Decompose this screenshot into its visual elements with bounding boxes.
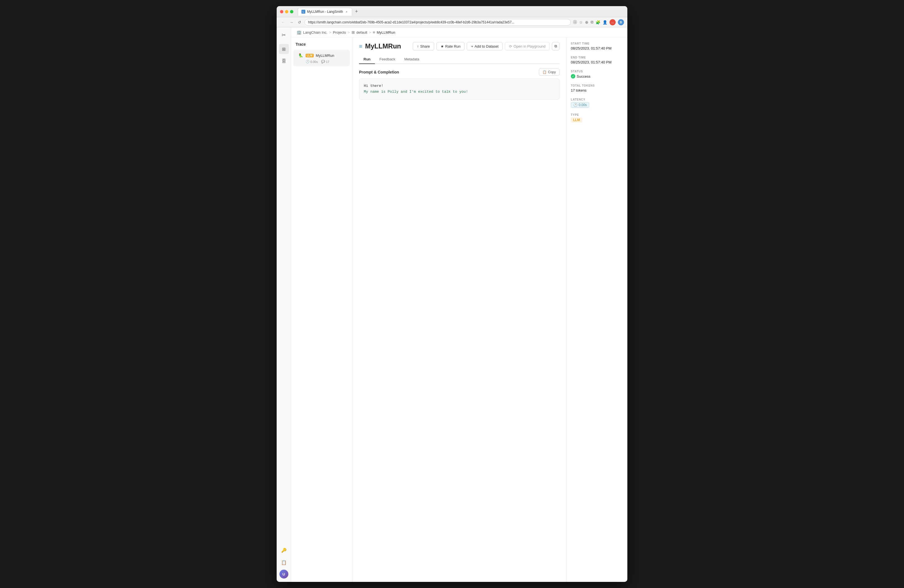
trace-item-meta: 🕐 0.00s 💬 17 xyxy=(298,60,345,63)
section-title: Prompt & Completion xyxy=(359,70,399,74)
run-tabs: Run Feedback Metadata xyxy=(359,55,559,64)
run-details: ≡ MyLLMRun ↑ Share ★ Rate Run xyxy=(352,38,566,582)
left-panel-title: Trace xyxy=(291,42,352,50)
run-header: ≡ MyLLMRun ↑ Share ★ Rate Run xyxy=(359,42,559,51)
tab-close-button[interactable]: × xyxy=(345,10,348,14)
completion-text: My name is Polly and I'm excited to talk… xyxy=(364,89,555,95)
traffic-lights xyxy=(280,10,293,13)
end-time-value: 08/25/2023, 01:57:40 PM xyxy=(571,60,623,64)
end-time-label: END TIME xyxy=(571,56,623,59)
add-dataset-button[interactable]: + Add to Dataset xyxy=(467,42,503,51)
content-area: Trace 🦜 LLM MyLLMRun 🕐 0.00 xyxy=(291,38,627,582)
trace-item-header: 🦜 LLM MyLLMRun xyxy=(298,53,345,58)
tab-feedback[interactable]: Feedback xyxy=(375,55,400,64)
docs-icon: 📋 xyxy=(281,560,287,565)
sidebar-item-key[interactable]: 🔑 xyxy=(279,545,289,555)
title-bar: L MyLLMRun - LangSmith × + xyxy=(277,6,627,17)
breadcrumb-projects[interactable]: Projects xyxy=(333,30,346,35)
minimize-button[interactable] xyxy=(285,10,288,13)
address-icons: Ⓐ ☆ ⊕ ⧉ 🧩 👤 … B xyxy=(573,19,624,25)
run-breadcrumb-icon: ≡ xyxy=(373,30,375,35)
trace-tokens: 💬 17 xyxy=(321,60,329,63)
back-button[interactable]: ← xyxy=(280,19,286,25)
maximize-button[interactable] xyxy=(290,10,293,13)
key-icon: 🔑 xyxy=(281,548,287,553)
left-panel: Trace 🦜 LLM MyLLMRun 🕐 0.00 xyxy=(291,38,352,582)
trace-item[interactable]: 🦜 LLM MyLLMRun 🕐 0.00s 💬 xyxy=(293,50,350,66)
expand-button[interactable]: ⧉ xyxy=(552,42,559,51)
llm-type-badge: LLM xyxy=(306,54,314,57)
new-tab-button[interactable]: + xyxy=(353,9,360,14)
main-content: 🏢 LangChain Inc. > Projects > ⊞ default … xyxy=(291,27,627,582)
sidebar-logo: ✂ xyxy=(280,31,288,40)
active-tab[interactable]: L MyLLMRun - LangSmith × xyxy=(298,8,352,16)
close-button[interactable] xyxy=(280,10,283,13)
type-section: TYPE LLM xyxy=(571,113,623,122)
reader-icon[interactable]: Ⓐ xyxy=(573,20,577,25)
clock-icon: 🕐 xyxy=(306,60,310,63)
breadcrumb-sep-3: > xyxy=(369,30,371,35)
playground-icon: ⟳ xyxy=(509,44,512,49)
copy-button[interactable]: 📋 Copy xyxy=(539,68,559,76)
tab-bar: L MyLLMRun - LangSmith × + xyxy=(298,8,624,16)
star-icon: ★ xyxy=(441,44,444,49)
end-time-section: END TIME 08/25/2023, 01:57:40 PM xyxy=(571,56,623,64)
logo-icon: ✂ xyxy=(282,32,286,38)
tab-overview-icon[interactable]: ⧉ xyxy=(591,20,593,24)
run-actions: ↑ Share ★ Rate Run + Add to Dataset xyxy=(413,42,559,51)
sidebar: ✂ ⊞ 🗄 🔑 📋 U xyxy=(277,27,291,582)
sidebar-bottom: 🔑 📋 U xyxy=(279,545,289,579)
tab-run[interactable]: Run xyxy=(359,55,375,64)
forward-button[interactable]: → xyxy=(288,19,294,25)
playground-button[interactable]: ⟳ Open in Playground xyxy=(505,42,550,51)
latency-label: LATENCY xyxy=(571,98,623,101)
tab-metadata[interactable]: Metadata xyxy=(400,55,424,64)
breadcrumb-sep-2: > xyxy=(348,30,350,35)
refresh-button[interactable]: ↺ xyxy=(297,19,302,25)
completion-box: Hi there! My name is Polly and I'm excit… xyxy=(359,79,559,100)
run-title-area: ≡ MyLLMRun xyxy=(359,42,401,50)
start-time-label: START TIME xyxy=(571,42,623,45)
share-icon: ↑ xyxy=(417,44,419,49)
start-time-value: 08/25/2023, 01:57:40 PM xyxy=(571,46,623,51)
type-badge: LLM xyxy=(571,117,582,122)
sidebar-item-database[interactable]: 🗄 xyxy=(279,56,289,66)
rate-run-button[interactable]: ★ Rate Run xyxy=(436,42,465,51)
right-panel: ≡ MyLLMRun ↑ Share ★ Rate Run xyxy=(352,38,627,582)
notification-badge[interactable]: … xyxy=(610,19,616,25)
extension-icon[interactable]: ⊕ xyxy=(585,20,588,24)
run-title-icon: ≡ xyxy=(359,43,362,49)
browser-window: L MyLLMRun - LangSmith × + ← → ↺ Ⓐ ☆ ⊕ ⧉… xyxy=(277,6,627,582)
status-label: STATUS xyxy=(571,70,623,73)
address-bar: ← → ↺ Ⓐ ☆ ⊕ ⧉ 🧩 👤 … B xyxy=(277,17,627,27)
user-avatar[interactable]: U xyxy=(280,570,288,579)
latency-badge: 🕐 0.00s xyxy=(571,102,589,108)
breadcrumb-org[interactable]: LangChain Inc. xyxy=(303,30,327,35)
tab-title: MyLLMRun - LangSmith xyxy=(307,10,343,14)
status-section: STATUS ✓ Success xyxy=(571,70,623,79)
type-label: TYPE xyxy=(571,113,623,116)
status-icon: ✓ xyxy=(571,74,575,79)
expand-icon: ⧉ xyxy=(555,44,557,49)
total-tokens-value: 17 tokens xyxy=(571,88,623,92)
trace-item-name: MyLLMRun xyxy=(316,54,334,58)
profile-icon[interactable]: B xyxy=(618,19,624,25)
plus-icon: + xyxy=(471,44,473,49)
copy-icon: 📋 xyxy=(542,70,547,74)
tokens-icon: 💬 xyxy=(321,60,325,63)
breadcrumb-default[interactable]: default xyxy=(357,30,367,35)
tab-favicon: L xyxy=(302,10,305,14)
grid-icon: ⊞ xyxy=(282,46,286,52)
start-time-section: START TIME 08/25/2023, 01:57:40 PM xyxy=(571,42,623,51)
prompt-text: Hi there! xyxy=(364,83,555,89)
url-input[interactable] xyxy=(305,19,571,25)
share-button[interactable]: ↑ Share xyxy=(413,42,434,51)
sidebar-item-grid[interactable]: ⊞ xyxy=(279,44,289,54)
trace-latency: 🕐 0.00s xyxy=(306,60,318,63)
profiles-icon[interactable]: 👤 xyxy=(602,20,607,24)
sidebar-item-docs[interactable]: 📋 xyxy=(279,557,289,567)
extensions-icon[interactable]: 🧩 xyxy=(596,20,601,24)
breadcrumb-sep-1: > xyxy=(329,30,331,35)
run-title: MyLLMRun xyxy=(365,42,401,50)
bookmark-icon[interactable]: ☆ xyxy=(579,20,583,24)
